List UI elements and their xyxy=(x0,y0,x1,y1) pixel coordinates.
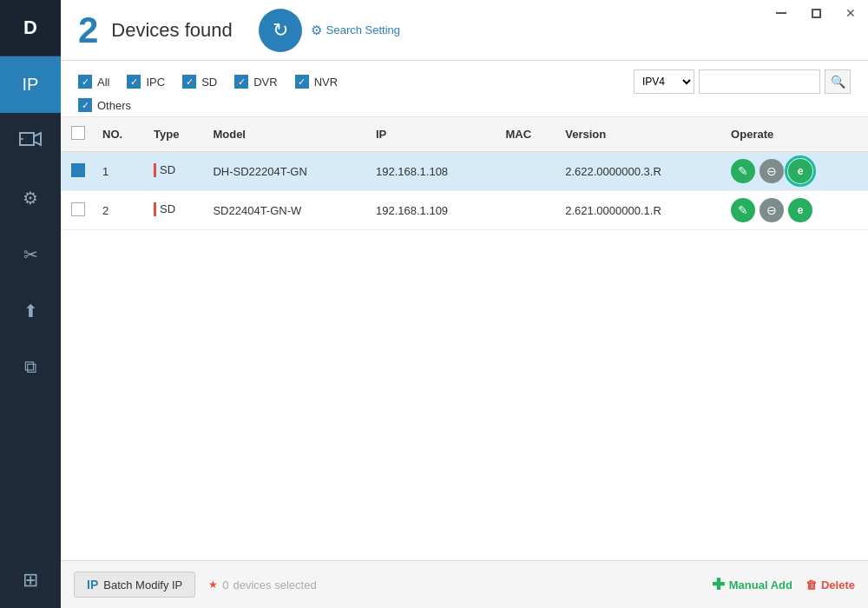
sidebar-item-tools[interactable]: ✂ xyxy=(0,226,61,282)
batch-modify-button[interactable]: IP Batch Modify IP xyxy=(74,572,195,598)
table-row: 1 SD DH-SD22204T-GN 192.168.1.108 2.622.… xyxy=(61,152,868,191)
filter-all[interactable]: ✓ All xyxy=(78,75,109,89)
sidebar-item-upgrade[interactable]: ⬆ xyxy=(0,282,61,339)
gear-icon: ⚙ xyxy=(23,188,38,208)
row-version: 2.622.0000000.3.R xyxy=(558,152,724,191)
filter-search-area: IPV4 IPV6 🔍 xyxy=(634,69,851,94)
search-setting-gear-icon: ⚙ xyxy=(311,23,322,38)
sidebar-item-ip[interactable]: IP xyxy=(0,56,61,113)
search-setting-label: Search Setting xyxy=(326,23,400,36)
row-model: DH-SD22204T-GN xyxy=(206,152,369,191)
filter-ipc-label: IPC xyxy=(146,76,165,89)
search-setting-button[interactable]: ⚙ Search Setting xyxy=(311,23,400,38)
col-mac: MAC xyxy=(498,117,558,152)
trash-icon: 🗑 xyxy=(806,578,817,591)
filter-others-checkbox[interactable]: ✓ xyxy=(78,98,92,112)
titlebar: 2 Devices found ↻ ⚙ Search Setting ✕ xyxy=(61,0,868,61)
edit-button[interactable]: ✎ xyxy=(731,159,755,183)
maximize-icon xyxy=(812,9,821,18)
search-button[interactable]: 🔍 xyxy=(825,69,851,94)
table-header-row: NO. Type Model IP MAC Version Operate xyxy=(61,117,868,152)
star-icon: ★ xyxy=(208,578,218,591)
col-model: Model xyxy=(206,117,369,152)
edit-button[interactable]: ✎ xyxy=(731,198,755,222)
filter-all-checkbox[interactable]: ✓ xyxy=(78,75,92,89)
selected-count-number: 0 xyxy=(222,578,228,591)
filter-dvr[interactable]: ✓ DVR xyxy=(234,75,277,89)
selected-count-area: ★ 0 devices selected xyxy=(208,578,316,591)
delete-label: Delete xyxy=(821,578,855,591)
camera-icon xyxy=(18,129,43,153)
row-ip: 192.168.1.109 xyxy=(369,191,498,230)
sidebar-item-settings[interactable]: ⚙ xyxy=(0,169,61,226)
row-version: 2.621.0000000.1.R xyxy=(558,191,724,230)
delete-device-button[interactable]: ⊖ xyxy=(760,198,784,222)
filter-others[interactable]: ✓ Others xyxy=(78,98,131,112)
filter-ipc[interactable]: ✓ IPC xyxy=(127,75,165,89)
tools-icon: ✂ xyxy=(23,244,38,265)
bottom-right-actions: ✚ Manual Add 🗑 Delete xyxy=(712,575,855,594)
close-button[interactable]: ✕ xyxy=(833,0,868,26)
row-checkbox-cell[interactable] xyxy=(61,191,95,230)
type-stripe-icon xyxy=(154,202,156,216)
web-button[interactable]: e xyxy=(788,198,812,222)
selected-count-label: devices selected xyxy=(233,578,317,591)
ip-icon: IP xyxy=(23,75,39,95)
apps-icon: ⊞ xyxy=(23,569,38,591)
sidebar: D IP ⚙ ✂ ⬆ ⧉ ⊞ xyxy=(0,0,61,608)
refresh-button[interactable]: ↻ xyxy=(259,9,302,52)
row-type: SD xyxy=(147,152,206,191)
col-type: Type xyxy=(147,117,206,152)
app-logo: D xyxy=(0,0,61,56)
devices-table: NO. Type Model IP MAC Version Operate 1 … xyxy=(61,117,868,230)
select-all-checkbox[interactable] xyxy=(71,126,85,140)
upgrade-icon: ⬆ xyxy=(23,301,38,321)
filter-nvr-label: NVR xyxy=(314,76,338,89)
table-row: 2 SD SD22404T-GN-W 192.168.1.109 2.621.0… xyxy=(61,191,868,230)
col-operate: Operate xyxy=(724,117,868,152)
col-no: NO. xyxy=(95,117,147,152)
col-ip: IP xyxy=(369,117,498,152)
row-checkbox[interactable] xyxy=(71,163,85,177)
row-checkbox[interactable] xyxy=(71,202,85,216)
filter-sd-label: SD xyxy=(201,76,217,89)
filter-row-2: ✓ Others xyxy=(78,98,851,112)
col-checkbox[interactable] xyxy=(61,117,95,152)
row-operate: ✎ ⊖ e xyxy=(724,191,868,230)
manual-add-button[interactable]: ✚ Manual Add xyxy=(712,575,792,594)
type-stripe-icon xyxy=(154,163,156,177)
filter-row-1: ✓ All ✓ IPC ✓ SD ✓ DVR ✓ NVR IPV4 xyxy=(78,69,851,94)
sidebar-bottom-apps[interactable]: ⊞ xyxy=(0,552,61,608)
delete-device-button[interactable]: ⊖ xyxy=(760,159,784,183)
delete-button[interactable]: 🗑 Delete xyxy=(806,578,855,591)
filter-ipc-checkbox[interactable]: ✓ xyxy=(127,75,141,89)
filter-sd-checkbox[interactable]: ✓ xyxy=(182,75,196,89)
row-no: 1 xyxy=(95,152,147,191)
minimize-button[interactable] xyxy=(764,0,799,26)
plus-icon: ✚ xyxy=(712,575,725,594)
row-checkbox-cell[interactable] xyxy=(61,152,95,191)
operate-buttons: ✎ ⊖ e xyxy=(731,159,861,183)
maximize-button[interactable] xyxy=(799,0,833,26)
filter-nvr[interactable]: ✓ NVR xyxy=(295,75,338,89)
web-button[interactable]: e xyxy=(788,159,812,183)
device-count: 2 xyxy=(78,12,98,49)
batch-ip-icon: IP xyxy=(87,578,98,591)
bottombar: IP Batch Modify IP ★ 0 devices selected … xyxy=(61,560,868,608)
copy-icon: ⧉ xyxy=(24,357,36,377)
sidebar-item-camera[interactable] xyxy=(0,113,61,169)
search-input[interactable] xyxy=(699,69,820,94)
operate-buttons: ✎ ⊖ e xyxy=(731,198,861,222)
sidebar-item-copy[interactable]: ⧉ xyxy=(0,339,61,395)
window-controls: ✕ xyxy=(764,0,868,26)
row-ip: 192.168.1.108 xyxy=(369,152,498,191)
filter-sd[interactable]: ✓ SD xyxy=(182,75,217,89)
row-operate: ✎ ⊖ e xyxy=(724,152,868,191)
row-mac xyxy=(498,152,558,191)
refresh-icon: ↻ xyxy=(273,19,288,42)
filter-nvr-checkbox[interactable]: ✓ xyxy=(295,75,309,89)
filter-dvr-checkbox[interactable]: ✓ xyxy=(234,75,248,89)
main-content: 2 Devices found ↻ ⚙ Search Setting ✕ ✓ A… xyxy=(61,0,868,608)
devices-table-wrap: NO. Type Model IP MAC Version Operate 1 … xyxy=(61,117,868,560)
ip-protocol-select[interactable]: IPV4 IPV6 xyxy=(634,69,694,94)
